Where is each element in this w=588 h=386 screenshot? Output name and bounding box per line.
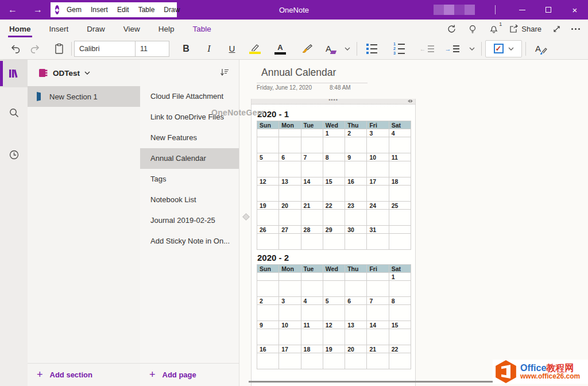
calendar-note-cell[interactable] — [345, 329, 367, 345]
calendar-date-cell[interactable] — [323, 273, 345, 281]
calendar-note-cell[interactable] — [279, 210, 301, 226]
calendar-note-cell[interactable] — [323, 137, 345, 153]
page-item[interactable]: New Features — [140, 128, 239, 148]
calendar-date-cell[interactable]: 11 — [301, 321, 323, 329]
calendar-date-cell[interactable]: 26 — [257, 226, 279, 234]
page-item[interactable]: Tags — [140, 169, 239, 190]
calendar-date-cell[interactable] — [279, 129, 301, 137]
calendar-date-cell[interactable]: 28 — [301, 226, 323, 234]
calendar-date-cell[interactable]: 22 — [389, 345, 411, 353]
styles-button[interactable]: A — [528, 40, 548, 57]
calendar-note-cell[interactable] — [257, 234, 279, 250]
calendar-note-cell[interactable] — [323, 186, 345, 202]
calendar-note-cell[interactable] — [323, 353, 345, 369]
sort-pages-button[interactable] — [219, 68, 230, 77]
calendar-date-cell[interactable]: 8 — [389, 297, 411, 305]
calendar-date-cell[interactable]: 5 — [257, 153, 279, 161]
calendar-note-cell[interactable] — [323, 329, 345, 345]
calendar-note-cell[interactable] — [367, 161, 389, 177]
calendar-date-cell[interactable]: 31 — [367, 226, 389, 234]
calendar-date-cell[interactable]: 6 — [279, 153, 301, 161]
paragraph-more-dropdown[interactable] — [465, 40, 479, 57]
page-item[interactable]: Journal 2019-02-25 — [140, 210, 239, 231]
calendar-date-cell[interactable]: 15 — [389, 321, 411, 329]
calendar-note-cell[interactable] — [367, 281, 389, 297]
undo-button[interactable] — [6, 40, 25, 57]
calendar-note-cell[interactable] — [323, 234, 345, 250]
calendar-note-cell[interactable] — [345, 137, 367, 153]
font-size-input[interactable] — [135, 41, 169, 57]
calendar-note-cell[interactable] — [257, 210, 279, 226]
calendar-note-cell[interactable] — [345, 161, 367, 177]
calendar-date-cell[interactable]: 24 — [367, 202, 389, 210]
increase-indent-button[interactable]: → — [442, 40, 462, 57]
calendar-note-cell[interactable] — [301, 305, 323, 321]
calendar-note-cell[interactable] — [389, 353, 411, 369]
calendar-date-cell[interactable]: 8 — [323, 153, 345, 161]
calendar-date-cell[interactable]: 27 — [279, 226, 301, 234]
calendar-note-cell[interactable] — [301, 329, 323, 345]
calendar-date-cell[interactable]: 30 — [345, 226, 367, 234]
calendar-date-cell[interactable]: 20 — [345, 345, 367, 353]
calendar-date-cell[interactable]: 5 — [323, 297, 345, 305]
calendar-date-cell[interactable]: 7 — [367, 297, 389, 305]
calendar-date-cell[interactable]: 4 — [301, 297, 323, 305]
notifications-button[interactable]: 1 — [488, 22, 500, 35]
menu-insert[interactable]: Insert — [86, 6, 113, 14]
tab-help[interactable]: Help — [157, 21, 176, 37]
numbered-list-button[interactable]: 1 2 3 — [389, 40, 409, 57]
calendar-note-cell[interactable] — [389, 234, 411, 250]
decrease-indent-button[interactable]: ← — [417, 40, 436, 57]
calendar-note-cell[interactable] — [367, 234, 389, 250]
bold-button[interactable]: B — [176, 40, 196, 57]
calendar-note-cell[interactable] — [389, 210, 411, 226]
calendar-date-cell[interactable]: 10 — [279, 321, 301, 329]
calendar-note-cell[interactable] — [279, 305, 301, 321]
calendar-note-cell[interactable] — [301, 281, 323, 297]
calendar-date-cell[interactable]: 23 — [345, 202, 367, 210]
calendar-note-cell[interactable] — [323, 210, 345, 226]
calendar-date-cell[interactable]: 22 — [323, 202, 345, 210]
menu-table[interactable]: Table — [134, 6, 160, 14]
add-page-button[interactable]: + Add page — [140, 363, 239, 386]
calendar-date-cell[interactable]: 1 — [389, 273, 411, 281]
calendar-note-cell[interactable] — [257, 137, 279, 153]
minimize-button[interactable] — [509, 0, 535, 20]
tab-view[interactable]: View — [122, 21, 141, 37]
page-canvas[interactable]: Annual Calendar Friday, June 12, 2020 8:… — [239, 60, 588, 386]
more-options-button[interactable] — [571, 28, 582, 30]
calendar-note-cell[interactable] — [367, 329, 389, 345]
notebooks-rail-button[interactable] — [0, 60, 28, 87]
calendar-date-cell[interactable]: 9 — [345, 153, 367, 161]
calendar-date-cell[interactable] — [301, 273, 323, 281]
calendar-note-cell[interactable] — [345, 186, 367, 202]
close-button[interactable]: × — [562, 0, 588, 20]
calendar-date-cell[interactable]: 20 — [279, 202, 301, 210]
calendar-note-cell[interactable] — [257, 281, 279, 297]
calendar-date-cell[interactable]: 1 — [323, 129, 345, 137]
calendar-note-cell[interactable] — [367, 186, 389, 202]
calendar-date-cell[interactable]: 19 — [323, 345, 345, 353]
calendar-date-cell[interactable]: 17 — [367, 177, 389, 186]
tab-draw[interactable]: Draw — [86, 21, 106, 37]
calendar-note-cell[interactable] — [367, 305, 389, 321]
calendar-date-cell[interactable]: 7 — [301, 153, 323, 161]
calendar-note-cell[interactable] — [367, 137, 389, 153]
calendar-note-cell[interactable] — [345, 281, 367, 297]
paste-button[interactable] — [49, 40, 69, 57]
calendar-date-cell[interactable]: 6 — [345, 297, 367, 305]
calendar-note-cell[interactable] — [301, 137, 323, 153]
search-rail-button[interactable] — [0, 99, 28, 126]
calendar-date-cell[interactable]: 29 — [323, 226, 345, 234]
calendar-note-cell[interactable] — [279, 186, 301, 202]
add-section-button[interactable]: + Add section — [28, 363, 140, 386]
sync-button[interactable] — [445, 22, 458, 35]
calendar-note-cell[interactable] — [279, 329, 301, 345]
calendar-note-cell[interactable] — [279, 161, 301, 177]
calendar-date-cell[interactable]: 2 — [257, 297, 279, 305]
menu-gem[interactable]: Gem — [62, 6, 86, 14]
calendar-note-cell[interactable] — [279, 353, 301, 369]
calendar-note-cell[interactable] — [279, 281, 301, 297]
calendar-date-cell[interactable]: 13 — [279, 177, 301, 186]
calendar-date-cell[interactable]: 10 — [367, 153, 389, 161]
